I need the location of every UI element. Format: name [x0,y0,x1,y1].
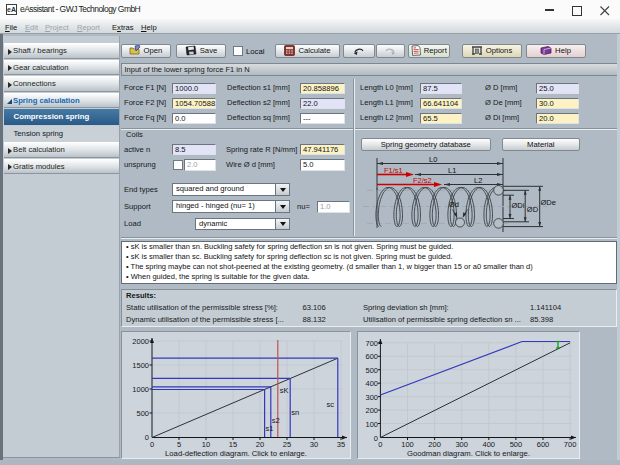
svg-text:500: 500 [136,409,149,418]
svg-text:700: 700 [365,338,378,347]
svg-text:300: 300 [455,440,468,449]
svg-text:L0: L0 [429,155,437,164]
svg-text:100: 100 [401,440,414,449]
svg-text:F2/s2: F2/s2 [413,176,432,185]
svg-text:400: 400 [482,440,495,449]
svg-text:10: 10 [202,440,210,449]
svg-text:300: 300 [365,392,378,401]
svg-text:ØDi: ØDi [512,201,525,210]
svg-text:35: 35 [337,440,345,449]
svg-text:600: 600 [536,440,549,449]
svg-text:sK: sK [280,385,289,394]
svg-text:400: 400 [365,379,378,388]
svg-text:20: 20 [256,440,264,449]
svg-text:sn: sn [291,407,299,416]
svg-text:0: 0 [378,440,382,449]
svg-text:1500: 1500 [132,361,149,370]
svg-text:500: 500 [365,365,378,374]
svg-text:30: 30 [310,440,318,449]
svg-text:ØD: ØD [527,205,539,214]
svg-text:700: 700 [563,440,576,449]
svg-text:500: 500 [509,440,522,449]
svg-text:1000: 1000 [132,385,149,394]
svg-text:5: 5 [177,440,181,449]
svg-text:F1/s1: F1/s1 [384,166,403,175]
svg-text:2000: 2000 [132,337,149,346]
svg-text:L2: L2 [474,176,482,185]
svg-text:200: 200 [365,406,378,415]
svg-text:0: 0 [150,440,154,449]
svg-text:sc: sc [327,400,335,409]
svg-text:15: 15 [229,440,237,449]
svg-text:ØDe: ØDe [541,198,556,207]
svg-text:s2: s2 [272,416,280,425]
svg-text:200: 200 [428,440,441,449]
svg-text:25: 25 [283,440,291,449]
svg-text:Ød: Ød [449,200,459,209]
svg-text:L1: L1 [448,166,456,175]
svg-text:600: 600 [365,352,378,361]
svg-text:100: 100 [365,419,378,428]
svg-text:0: 0 [145,433,149,442]
